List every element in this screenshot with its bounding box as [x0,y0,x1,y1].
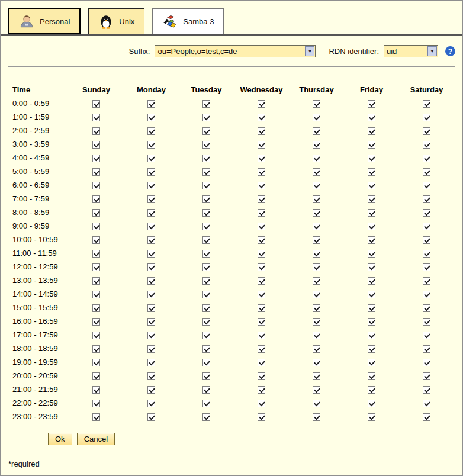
hour-checkbox[interactable] [202,359,210,366]
hour-checkbox[interactable] [202,100,210,108]
hour-checkbox[interactable] [313,182,320,189]
hour-checkbox[interactable] [92,413,100,421]
hour-checkbox[interactable] [258,345,265,353]
hour-checkbox[interactable] [92,168,100,176]
hour-checkbox[interactable] [147,100,155,108]
hour-checkbox[interactable] [313,168,320,176]
hour-checkbox[interactable] [92,236,100,244]
hour-checkbox[interactable] [202,182,210,189]
hour-checkbox[interactable] [92,209,100,217]
hour-checkbox[interactable] [258,413,265,421]
hour-checkbox[interactable] [258,277,265,285]
hour-checkbox[interactable] [258,304,265,312]
hour-checkbox[interactable] [92,223,100,230]
hour-checkbox[interactable] [423,332,430,339]
hour-checkbox[interactable] [313,345,320,353]
hour-checkbox[interactable] [202,114,210,121]
hour-checkbox[interactable] [147,413,155,421]
hour-checkbox[interactable] [258,182,265,189]
hour-checkbox[interactable] [258,400,265,407]
hour-checkbox[interactable] [202,386,210,394]
hour-checkbox[interactable] [423,386,430,394]
hour-checkbox[interactable] [423,182,430,189]
hour-checkbox[interactable] [202,236,210,244]
hour-checkbox[interactable] [202,209,210,217]
hour-checkbox[interactable] [92,195,100,203]
hour-checkbox[interactable] [368,209,375,217]
hour-checkbox[interactable] [258,250,265,258]
hour-checkbox[interactable] [423,263,430,271]
hour-checkbox[interactable] [258,291,265,298]
hour-checkbox[interactable] [202,141,210,149]
hour-checkbox[interactable] [423,236,430,244]
hour-checkbox[interactable] [313,386,320,394]
hour-checkbox[interactable] [92,277,100,285]
hour-checkbox[interactable] [313,400,320,407]
hour-checkbox[interactable] [423,168,430,176]
hour-checkbox[interactable] [202,223,210,230]
hour-checkbox[interactable] [258,236,265,244]
hour-checkbox[interactable] [147,386,155,394]
hour-checkbox[interactable] [368,345,375,353]
hour-checkbox[interactable] [368,332,375,339]
hour-checkbox[interactable] [202,304,210,312]
hour-checkbox[interactable] [202,277,210,285]
hour-checkbox[interactable] [202,345,210,353]
tab-samba3[interactable]: Samba 3 [152,8,224,34]
hour-checkbox[interactable] [258,372,265,380]
hour-checkbox[interactable] [202,127,210,135]
hour-checkbox[interactable] [258,155,265,162]
hour-checkbox[interactable] [368,141,375,149]
hour-checkbox[interactable] [313,372,320,380]
hour-checkbox[interactable] [313,100,320,108]
help-icon[interactable]: ? [445,46,455,56]
hour-checkbox[interactable] [313,223,320,230]
hour-checkbox[interactable] [423,195,430,203]
hour-checkbox[interactable] [313,195,320,203]
hour-checkbox[interactable] [423,141,430,149]
hour-checkbox[interactable] [313,236,320,244]
hour-checkbox[interactable] [423,359,430,366]
hour-checkbox[interactable] [202,318,210,326]
hour-checkbox[interactable] [202,155,210,162]
hour-checkbox[interactable] [92,304,100,312]
hour-checkbox[interactable] [368,277,375,285]
hour-checkbox[interactable] [147,168,155,176]
hour-checkbox[interactable] [368,318,375,326]
hour-checkbox[interactable] [202,372,210,380]
hour-checkbox[interactable] [423,291,430,298]
hour-checkbox[interactable] [258,127,265,135]
ok-button[interactable]: Ok [48,433,72,445]
hour-checkbox[interactable] [423,100,430,108]
hour-checkbox[interactable] [423,413,430,421]
hour-checkbox[interactable] [368,155,375,162]
hour-checkbox[interactable] [92,372,100,380]
hour-checkbox[interactable] [147,263,155,271]
hour-checkbox[interactable] [368,359,375,366]
hour-checkbox[interactable] [368,400,375,407]
hour-checkbox[interactable] [258,168,265,176]
hour-checkbox[interactable] [258,223,265,230]
hour-checkbox[interactable] [368,182,375,189]
hour-checkbox[interactable] [147,359,155,366]
hour-checkbox[interactable] [423,318,430,326]
hour-checkbox[interactable] [147,400,155,407]
hour-checkbox[interactable] [92,141,100,149]
hour-checkbox[interactable] [313,209,320,217]
hour-checkbox[interactable] [258,386,265,394]
hour-checkbox[interactable] [92,359,100,366]
hour-checkbox[interactable] [423,127,430,135]
hour-checkbox[interactable] [92,100,100,108]
hour-checkbox[interactable] [313,250,320,258]
hour-checkbox[interactable] [313,155,320,162]
hour-checkbox[interactable] [147,223,155,230]
hour-checkbox[interactable] [423,345,430,353]
hour-checkbox[interactable] [368,195,375,203]
hour-checkbox[interactable] [313,304,320,312]
hour-checkbox[interactable] [313,413,320,421]
hour-checkbox[interactable] [313,318,320,326]
hour-checkbox[interactable] [258,263,265,271]
hour-checkbox[interactable] [423,114,430,121]
hour-checkbox[interactable] [368,114,375,121]
hour-checkbox[interactable] [258,100,265,108]
